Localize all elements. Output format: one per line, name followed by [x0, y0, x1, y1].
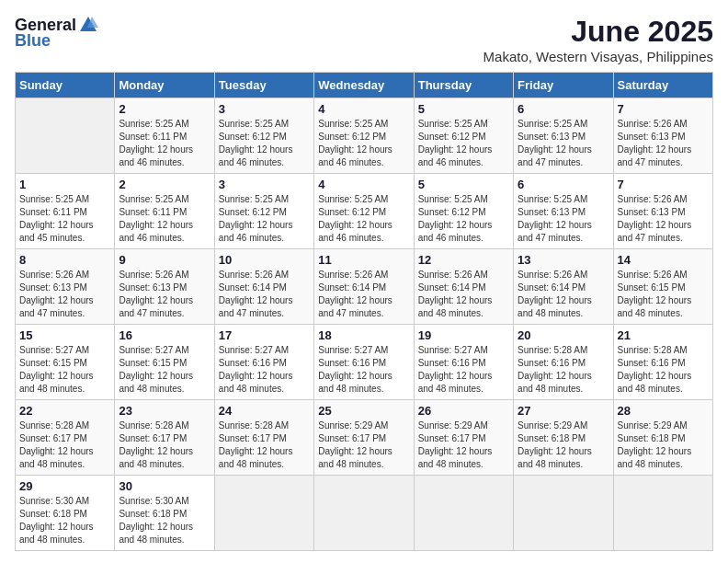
day-info: Sunrise: 5:25 AMSunset: 6:11 PMDaylight:…	[119, 193, 210, 245]
calendar-week-3: 8Sunrise: 5:26 AMSunset: 6:13 PMDaylight…	[16, 249, 713, 325]
day-info: Sunrise: 5:26 AMSunset: 6:13 PMDaylight:…	[119, 269, 210, 320]
day-info: Sunrise: 5:30 AMSunset: 6:18 PMDaylight:…	[119, 495, 210, 546]
calendar-cell	[613, 476, 712, 551]
logo-icon	[78, 15, 98, 35]
day-number: 8	[19, 253, 110, 267]
day-info: Sunrise: 5:25 AMSunset: 6:12 PMDaylight:…	[318, 193, 409, 245]
calendar-cell: 26Sunrise: 5:29 AMSunset: 6:17 PMDayligh…	[414, 400, 513, 476]
day-number: 27	[518, 404, 609, 418]
day-info: Sunrise: 5:26 AMSunset: 6:15 PMDaylight:…	[618, 269, 709, 320]
day-info: Sunrise: 5:28 AMSunset: 6:17 PMDaylight:…	[119, 419, 210, 471]
calendar-week-1: 2Sunrise: 5:25 AMSunset: 6:11 PMDaylight…	[16, 98, 713, 174]
day-number: 13	[518, 253, 609, 267]
day-number: 19	[418, 328, 509, 342]
day-number: 20	[518, 328, 609, 342]
day-info: Sunrise: 5:25 AMSunset: 6:12 PMDaylight:…	[219, 193, 310, 245]
col-thursday: Thursday	[414, 73, 513, 98]
calendar-cell: 21Sunrise: 5:28 AMSunset: 6:16 PMDayligh…	[613, 325, 712, 400]
calendar-cell: 3Sunrise: 5:25 AMSunset: 6:12 PMDaylight…	[214, 98, 313, 174]
day-number: 28	[618, 404, 709, 418]
calendar-cell	[414, 476, 513, 551]
day-number: 7	[618, 178, 709, 191]
calendar-cell: 7Sunrise: 5:26 AMSunset: 6:13 PMDaylight…	[613, 174, 712, 249]
day-number: 5	[418, 102, 509, 116]
month-title: June 2025	[483, 15, 713, 49]
day-info: Sunrise: 5:29 AMSunset: 6:17 PMDaylight:…	[418, 419, 509, 471]
day-number: 18	[318, 328, 409, 342]
logo-blue-text: Blue	[15, 31, 51, 51]
calendar-cell: 4Sunrise: 5:25 AMSunset: 6:12 PMDaylight…	[314, 98, 414, 174]
day-number: 29	[19, 479, 110, 493]
day-info: Sunrise: 5:27 AMSunset: 6:16 PMDaylight:…	[418, 344, 509, 396]
calendar-cell: 27Sunrise: 5:29 AMSunset: 6:18 PMDayligh…	[514, 400, 613, 476]
day-info: Sunrise: 5:27 AMSunset: 6:16 PMDaylight:…	[219, 344, 310, 396]
calendar-cell: 30Sunrise: 5:30 AMSunset: 6:18 PMDayligh…	[115, 476, 214, 551]
calendar-cell: 25Sunrise: 5:29 AMSunset: 6:17 PMDayligh…	[314, 400, 414, 476]
day-info: Sunrise: 5:28 AMSunset: 6:17 PMDaylight:…	[219, 419, 310, 471]
day-number: 9	[119, 253, 210, 267]
day-info: Sunrise: 5:27 AMSunset: 6:16 PMDaylight:…	[318, 344, 409, 396]
calendar-cell: 3Sunrise: 5:25 AMSunset: 6:12 PMDaylight…	[214, 174, 313, 249]
day-info: Sunrise: 5:26 AMSunset: 6:14 PMDaylight:…	[318, 269, 409, 320]
calendar-cell: 12Sunrise: 5:26 AMSunset: 6:14 PMDayligh…	[414, 249, 513, 325]
day-number: 11	[318, 253, 409, 267]
day-number: 4	[318, 102, 409, 116]
day-number: 24	[219, 404, 310, 418]
calendar-cell: 13Sunrise: 5:26 AMSunset: 6:14 PMDayligh…	[514, 249, 613, 325]
location-title: Makato, Western Visayas, Philippines	[483, 49, 713, 64]
day-number: 3	[219, 178, 310, 191]
calendar-cell: 29Sunrise: 5:30 AMSunset: 6:18 PMDayligh…	[16, 476, 115, 551]
header: General Blue June 2025 Makato, Western V…	[15, 15, 713, 64]
day-info: Sunrise: 5:25 AMSunset: 6:13 PMDaylight:…	[518, 193, 609, 245]
day-number: 22	[19, 404, 110, 418]
day-info: Sunrise: 5:27 AMSunset: 6:15 PMDaylight:…	[19, 344, 110, 396]
calendar-cell: 6Sunrise: 5:25 AMSunset: 6:13 PMDaylight…	[514, 98, 613, 174]
calendar-cell: 19Sunrise: 5:27 AMSunset: 6:16 PMDayligh…	[414, 325, 513, 400]
day-number: 25	[318, 404, 409, 418]
day-info: Sunrise: 5:28 AMSunset: 6:16 PMDaylight:…	[618, 344, 709, 396]
day-info: Sunrise: 5:25 AMSunset: 6:11 PMDaylight:…	[19, 193, 110, 245]
calendar-cell: 2Sunrise: 5:25 AMSunset: 6:11 PMDaylight…	[115, 174, 214, 249]
day-info: Sunrise: 5:29 AMSunset: 6:17 PMDaylight:…	[318, 419, 409, 471]
calendar-cell: 9Sunrise: 5:26 AMSunset: 6:13 PMDaylight…	[115, 249, 214, 325]
day-number: 16	[119, 328, 210, 342]
day-info: Sunrise: 5:28 AMSunset: 6:16 PMDaylight:…	[518, 344, 609, 396]
calendar-cell: 8Sunrise: 5:26 AMSunset: 6:13 PMDaylight…	[16, 249, 115, 325]
calendar-cell: 5Sunrise: 5:25 AMSunset: 6:12 PMDaylight…	[414, 174, 513, 249]
day-number: 14	[618, 253, 709, 267]
day-number: 10	[219, 253, 310, 267]
title-area: June 2025 Makato, Western Visayas, Phili…	[483, 15, 713, 64]
day-number: 12	[418, 253, 509, 267]
calendar-week-4: 15Sunrise: 5:27 AMSunset: 6:15 PMDayligh…	[16, 325, 713, 400]
calendar-cell: 22Sunrise: 5:28 AMSunset: 6:17 PMDayligh…	[16, 400, 115, 476]
col-sunday: Sunday	[16, 73, 115, 98]
day-number: 26	[418, 404, 509, 418]
day-number: 2	[119, 102, 210, 116]
calendar-cell: 2Sunrise: 5:25 AMSunset: 6:11 PMDaylight…	[115, 98, 214, 174]
day-number: 30	[119, 479, 210, 493]
day-number: 4	[318, 178, 409, 191]
day-info: Sunrise: 5:25 AMSunset: 6:13 PMDaylight:…	[518, 118, 609, 169]
day-info: Sunrise: 5:30 AMSunset: 6:18 PMDaylight:…	[19, 495, 110, 546]
calendar-week-6: 29Sunrise: 5:30 AMSunset: 6:18 PMDayligh…	[16, 476, 713, 551]
col-friday: Friday	[514, 73, 613, 98]
calendar-table: Sunday Monday Tuesday Wednesday Thursday…	[15, 72, 713, 551]
day-number: 1	[19, 178, 110, 191]
calendar-cell: 11Sunrise: 5:26 AMSunset: 6:14 PMDayligh…	[314, 249, 414, 325]
calendar-cell: 18Sunrise: 5:27 AMSunset: 6:16 PMDayligh…	[314, 325, 414, 400]
col-saturday: Saturday	[613, 73, 712, 98]
calendar-cell: 10Sunrise: 5:26 AMSunset: 6:14 PMDayligh…	[214, 249, 313, 325]
day-number: 23	[119, 404, 210, 418]
day-info: Sunrise: 5:25 AMSunset: 6:12 PMDaylight:…	[219, 118, 310, 169]
calendar-cell: 20Sunrise: 5:28 AMSunset: 6:16 PMDayligh…	[514, 325, 613, 400]
day-info: Sunrise: 5:26 AMSunset: 6:13 PMDaylight:…	[618, 193, 709, 245]
day-info: Sunrise: 5:27 AMSunset: 6:15 PMDaylight:…	[119, 344, 210, 396]
day-number: 7	[618, 102, 709, 116]
calendar-cell: 23Sunrise: 5:28 AMSunset: 6:17 PMDayligh…	[115, 400, 214, 476]
day-number: 17	[219, 328, 310, 342]
day-info: Sunrise: 5:26 AMSunset: 6:13 PMDaylight:…	[618, 118, 709, 169]
day-number: 15	[19, 328, 110, 342]
day-info: Sunrise: 5:26 AMSunset: 6:13 PMDaylight:…	[19, 269, 110, 320]
calendar-week-2: 1Sunrise: 5:25 AMSunset: 6:11 PMDaylight…	[16, 174, 713, 249]
day-info: Sunrise: 5:28 AMSunset: 6:17 PMDaylight:…	[19, 419, 110, 471]
